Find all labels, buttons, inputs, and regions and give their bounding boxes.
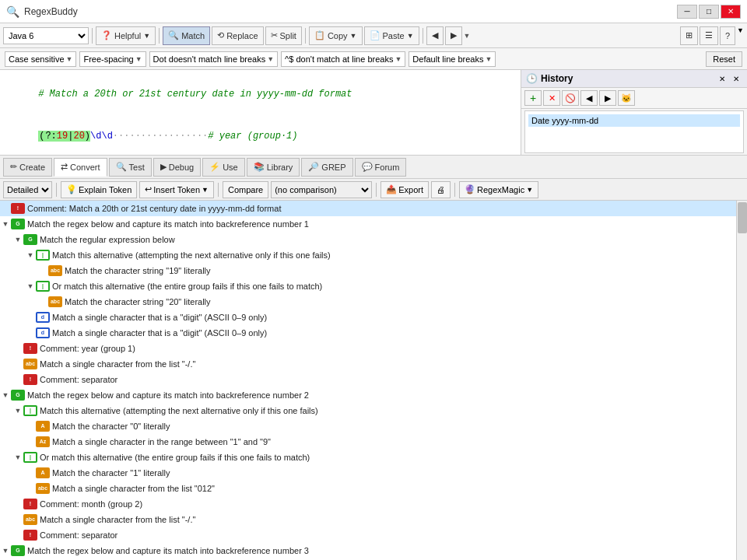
- tree-toggle[interactable]: [25, 310, 36, 324]
- tree-toggle[interactable]: [25, 435, 36, 449]
- tree-area[interactable]: !Comment: Match a 20th or 21st century d…: [0, 201, 747, 560]
- tree-row[interactable]: AMatch the character "0" literally: [0, 418, 736, 434]
- tree-toggle[interactable]: ▼: [0, 388, 11, 402]
- grid-button[interactable]: ⊞: [680, 26, 698, 45]
- history-header: 🕒 History ✕ ✕: [521, 70, 747, 88]
- close-button[interactable]: ✕: [721, 5, 741, 19]
- list-button[interactable]: ☰: [700, 26, 718, 45]
- caret-option[interactable]: ^$ don't match at line breaks ▼: [281, 51, 405, 67]
- tree-toggle[interactable]: [25, 419, 36, 433]
- scrollbar[interactable]: [736, 201, 747, 560]
- app-icon: 🔍: [6, 5, 19, 18]
- reset-button[interactable]: Reset: [706, 51, 742, 67]
- tab-convert[interactable]: ⇄ Convert: [54, 158, 107, 177]
- tree-row[interactable]: !Comment: Match a 20th or 21st century d…: [0, 201, 736, 216]
- tree-toggle[interactable]: [12, 528, 23, 542]
- history-prev-button[interactable]: ◀: [580, 90, 598, 106]
- tree-row[interactable]: AzMatch a single character in the range …: [0, 434, 736, 450]
- tab-test[interactable]: 🔍 Test: [109, 158, 152, 177]
- tree-toggle[interactable]: [12, 357, 23, 371]
- tree-toggle[interactable]: [12, 513, 23, 527]
- insert-token-button[interactable]: ↩ Insert Token ▼: [139, 181, 214, 198]
- history-cat-button[interactable]: 🐱: [618, 90, 635, 106]
- tree-row[interactable]: ▼GMatch the regex below and capture its …: [0, 216, 736, 232]
- tab-grep[interactable]: 🔎 GREP: [301, 158, 352, 177]
- print-button[interactable]: 🖨: [431, 181, 451, 198]
- tree-row[interactable]: ▼|Or match this alternative (the entire …: [0, 450, 736, 465]
- linebreaks-option[interactable]: Default line breaks ▼: [409, 51, 496, 67]
- tree-row[interactable]: abcMatch a single character from the lis…: [0, 356, 736, 372]
- explain-token-button[interactable]: 💡 Explain Token: [61, 181, 137, 198]
- tree-row[interactable]: !Comment: month (group 2): [0, 496, 736, 512]
- tree-row[interactable]: ▼|Match this alternative (attempting the…: [0, 403, 736, 418]
- detail-sep-1: [56, 183, 57, 197]
- history-close-1[interactable]: ✕: [716, 72, 728, 85]
- tree-toggle[interactable]: [37, 295, 48, 309]
- match-button[interactable]: 🔍 Match: [163, 26, 210, 45]
- compare-button[interactable]: Compare: [223, 181, 268, 198]
- history-close-2[interactable]: ✕: [730, 72, 742, 85]
- tab-create[interactable]: ✏ Create: [3, 158, 52, 177]
- tree-row[interactable]: !Comment: separator: [0, 372, 736, 387]
- tree-row[interactable]: dMatch a single character that is a "dig…: [0, 310, 736, 325]
- regex-magic-button[interactable]: 🔮 RegexMagic ▼: [459, 181, 538, 198]
- paste-button[interactable]: 📄 Paste ▼: [364, 26, 419, 45]
- tree-toggle[interactable]: ▼: [25, 248, 36, 262]
- tree-toggle[interactable]: ▼: [12, 233, 23, 247]
- tab-forum[interactable]: 💬 Forum: [355, 158, 407, 177]
- tree-row[interactable]: dMatch a single character that is a "dig…: [0, 325, 736, 341]
- dot-option[interactable]: Dot doesn't match line breaks ▼: [149, 51, 279, 67]
- tree-toggle[interactable]: [25, 481, 36, 495]
- tree-row[interactable]: !Comment: separator: [0, 527, 736, 543]
- case-sensitive-option[interactable]: Case sensitive ▼: [5, 51, 76, 67]
- history-entry[interactable]: Date yyyy-mm-dd: [528, 114, 740, 127]
- tree-row[interactable]: !Comment: year (group 1): [0, 341, 736, 356]
- tree-toggle[interactable]: [25, 466, 36, 480]
- tree-row[interactable]: ▼GMatch the regular expression below: [0, 232, 736, 247]
- free-spacing-option[interactable]: Free-spacing ▼: [79, 51, 146, 67]
- tab-library[interactable]: 📚 Library: [247, 158, 300, 177]
- tree-toggle[interactable]: ▼: [0, 217, 11, 231]
- nav-left-button[interactable]: ◀: [426, 26, 444, 45]
- history-next-button[interactable]: ▶: [599, 90, 616, 106]
- language-selector[interactable]: Java 6: [3, 27, 89, 44]
- help-button[interactable]: ?: [720, 26, 735, 45]
- tree-toggle[interactable]: ▼: [25, 279, 36, 293]
- history-add-button[interactable]: +: [524, 90, 542, 106]
- tree-toggle[interactable]: [12, 341, 23, 355]
- tree-row[interactable]: ▼GMatch the regex below and capture its …: [0, 543, 736, 558]
- split-button[interactable]: ✂ Split: [265, 26, 302, 45]
- maximize-button[interactable]: □: [699, 5, 719, 19]
- tree-toggle[interactable]: ▼: [12, 450, 23, 464]
- tree-row[interactable]: abcMatch the character string "19" liter…: [0, 263, 736, 278]
- scroll-thumb[interactable]: [738, 202, 747, 233]
- helpful-button[interactable]: ❓ Helpful ▼: [96, 26, 156, 45]
- tab-use[interactable]: ⚡ Use: [202, 158, 245, 177]
- tree-row[interactable]: AMatch the character "1" literally: [0, 465, 736, 481]
- tree-row[interactable]: ▼|Match this alternative (attempting the…: [0, 247, 736, 263]
- regex-editor[interactable]: # Match a 20th or 21st century date in y…: [0, 70, 521, 155]
- tree-row[interactable]: abcMatch a single character from the lis…: [0, 481, 736, 496]
- detail-mode-selector[interactable]: Detailed: [3, 181, 52, 198]
- compare-selector[interactable]: (no comparison): [271, 181, 372, 198]
- export-button[interactable]: 📤 Export: [381, 181, 429, 198]
- tree-row[interactable]: ▼GMatch the regex below and capture its …: [0, 387, 736, 403]
- tab-debug[interactable]: ▶ Debug: [153, 158, 201, 177]
- history-list[interactable]: Date yyyy-mm-dd: [524, 110, 744, 153]
- tree-toggle[interactable]: ▼: [0, 544, 11, 558]
- tree-toggle[interactable]: [12, 497, 23, 511]
- nav-right-button[interactable]: ▶: [445, 26, 462, 45]
- tree-row[interactable]: ▼|Or match this alternative (the entire …: [0, 278, 736, 294]
- tree-row[interactable]: abcMatch a single character from the lis…: [0, 512, 736, 527]
- tree-toggle[interactable]: [25, 326, 36, 340]
- tree-toggle[interactable]: [37, 264, 48, 278]
- copy-button[interactable]: 📋 Copy ▼: [309, 26, 363, 45]
- tree-row[interactable]: abcMatch the character string "20" liter…: [0, 294, 736, 310]
- tree-toggle[interactable]: [12, 373, 23, 387]
- tree-toggle[interactable]: ▼: [12, 404, 23, 418]
- replace-button[interactable]: ⟲ Replace: [212, 26, 263, 45]
- minimize-button[interactable]: ─: [677, 5, 697, 19]
- tree-toggle[interactable]: [0, 201, 11, 215]
- history-clear-button[interactable]: 🚫: [562, 90, 579, 106]
- history-delete-button[interactable]: ✕: [543, 90, 560, 106]
